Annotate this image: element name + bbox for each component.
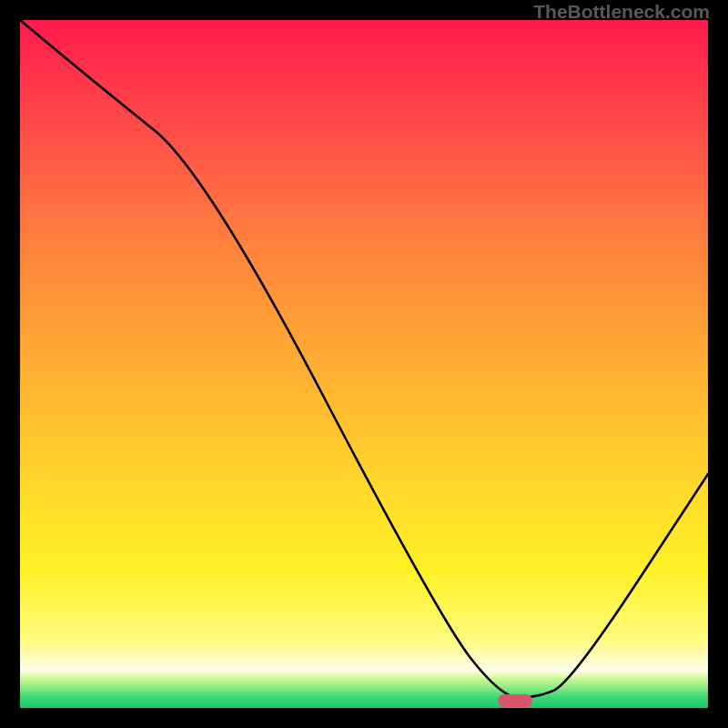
optimal-marker [498, 694, 532, 707]
bottleneck-curve [20, 20, 708, 708]
chart-plot-area [20, 20, 708, 708]
chart-outer-frame: TheBottleneck.com [0, 0, 728, 728]
